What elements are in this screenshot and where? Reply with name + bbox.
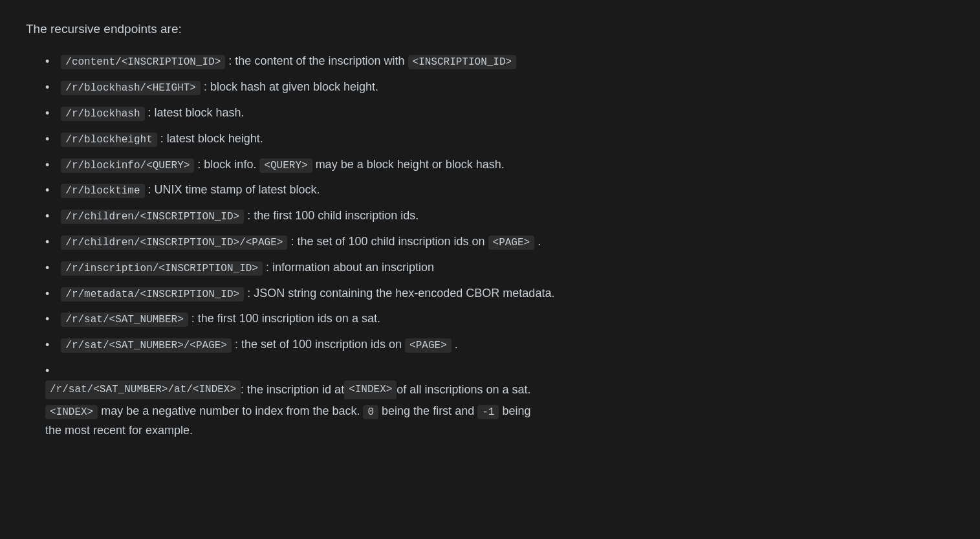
zero-code: 0 (363, 405, 378, 419)
endpoint-description: : block hash at given block height. (201, 80, 378, 93)
endpoint-description: : the content of the inscription with (225, 54, 408, 67)
endpoint-code: /r/metadata/<INSCRIPTION_ID> (61, 287, 244, 302)
list-item-content: /r/blockhash : latest block hash. (61, 104, 954, 123)
list-item-last: /r/sat/<SAT_NUMBER>/at/<INDEX> : the ins… (39, 361, 954, 440)
list-item: /r/blockhash : latest block hash. (39, 104, 954, 123)
endpoint-code: /r/children/<INSCRIPTION_ID>/<PAGE> (61, 236, 287, 250)
last-item-first-line: /r/sat/<SAT_NUMBER>/at/<INDEX> : the ins… (45, 380, 530, 400)
endpoint-description: : the set of 100 inscription ids on (232, 338, 405, 351)
endpoint-code: /r/inscription/<INSCRIPTION_ID> (61, 261, 263, 276)
endpoint-code2: <PAGE> (488, 236, 535, 250)
endpoint-code: /r/blockhash (61, 107, 144, 121)
list-item: /r/inscription/<INSCRIPTION_ID> : inform… (39, 258, 954, 278)
endpoint-code: /r/sat/<SAT_NUMBER> (61, 313, 188, 327)
endpoint-code2: <QUERY> (259, 159, 312, 173)
neg-one-code: -1 (477, 405, 499, 419)
endpoint-description2: . (452, 338, 458, 351)
endpoint-description2: . (534, 235, 541, 248)
list-item-content: /r/blockhash/<HEIGHT> : block hash at gi… (61, 78, 954, 97)
list-item-content: /r/blockinfo/<QUERY> : block info. <QUER… (61, 155, 954, 175)
continuation-text1: may be a negative number to index from t… (98, 404, 363, 417)
list-item: /r/blockheight : latest block height. (39, 129, 954, 149)
endpoint-code2: <PAGE> (405, 338, 452, 353)
intro-text: The recursive endpoints are: (26, 19, 954, 39)
last-item-continuation: <INDEX> may be a negative number to inde… (45, 402, 530, 439)
list-item: /r/blockinfo/<QUERY> : block info. <QUER… (39, 155, 954, 175)
list-item: /r/metadata/<INSCRIPTION_ID> : JSON stri… (39, 284, 954, 303)
endpoint-description: : latest block hash. (145, 106, 245, 119)
list-item-content: /r/children/<INSCRIPTION_ID> : the first… (61, 206, 954, 226)
endpoint-code: /r/sat/<SAT_NUMBER>/<PAGE> (61, 338, 232, 353)
endpoint-code: /r/blockhash/<HEIGHT> (61, 81, 201, 95)
endpoint-description: : block info. (194, 158, 259, 171)
endpoint-code: /r/blockheight (61, 133, 157, 147)
list-item: /r/children/<INSCRIPTION_ID> : the first… (39, 206, 954, 226)
endpoint-description: : JSON string containing the hex-encoded… (244, 287, 554, 300)
list-item: /r/sat/<SAT_NUMBER> : the first 100 insc… (39, 309, 954, 329)
endpoint-code2: <INSCRIPTION_ID> (408, 55, 517, 69)
list-item-content: /r/sat/<SAT_NUMBER>/<PAGE> : the set of … (61, 335, 954, 355)
endpoint-description: : latest block height. (157, 132, 263, 145)
list-item-content: /r/children/<INSCRIPTION_ID>/<PAGE> : th… (61, 232, 954, 252)
list-item-content: /r/blocktime : UNIX time stamp of latest… (61, 181, 954, 200)
endpoint-description: : the inscription id at (241, 380, 344, 399)
list-item: /r/blocktime : UNIX time stamp of latest… (39, 181, 954, 200)
endpoints-list: /content/<INSCRIPTION_ID> : the content … (26, 52, 954, 439)
endpoint-description2: may be a block height or block hash. (312, 158, 505, 171)
list-item-content: /r/metadata/<INSCRIPTION_ID> : JSON stri… (61, 284, 954, 303)
continuation-text4: the most recent for example. (45, 424, 193, 437)
list-item-content: /r/inscription/<INSCRIPTION_ID> : inform… (61, 258, 954, 278)
list-item: /r/children/<INSCRIPTION_ID>/<PAGE> : th… (39, 232, 954, 252)
endpoint-code2: <INDEX> (344, 380, 397, 400)
continuation-text3: being (499, 404, 530, 417)
endpoint-description: : the first 100 child inscription ids. (244, 209, 419, 222)
index-code: <INDEX> (45, 405, 98, 419)
endpoint-description2: of all inscriptions on a sat. (397, 380, 530, 399)
endpoint-code: /r/blockinfo/<QUERY> (61, 159, 194, 173)
endpoint-description: : the set of 100 child inscription ids o… (287, 235, 488, 248)
endpoint-description: : the first 100 inscription ids on a sat… (188, 312, 380, 325)
list-item: /content/<INSCRIPTION_ID> : the content … (39, 52, 954, 71)
endpoint-description: : UNIX time stamp of latest block. (145, 183, 320, 196)
endpoint-code: /r/blocktime (61, 184, 144, 198)
list-item-content: /content/<INSCRIPTION_ID> : the content … (61, 52, 954, 71)
endpoint-code: /r/children/<INSCRIPTION_ID> (61, 210, 244, 224)
endpoint-code: /r/sat/<SAT_NUMBER>/at/<INDEX> (45, 380, 241, 400)
endpoint-code: /content/<INSCRIPTION_ID> (61, 55, 225, 69)
list-item: /r/sat/<SAT_NUMBER>/<PAGE> : the set of … (39, 335, 954, 355)
list-item: /r/blockhash/<HEIGHT> : block hash at gi… (39, 78, 954, 97)
list-item-content: /r/blockheight : latest block height. (61, 129, 954, 149)
continuation-text2: being the first and (378, 404, 477, 417)
list-item-content: /r/sat/<SAT_NUMBER> : the first 100 insc… (61, 309, 954, 329)
endpoint-description: : information about an inscription (263, 261, 434, 274)
